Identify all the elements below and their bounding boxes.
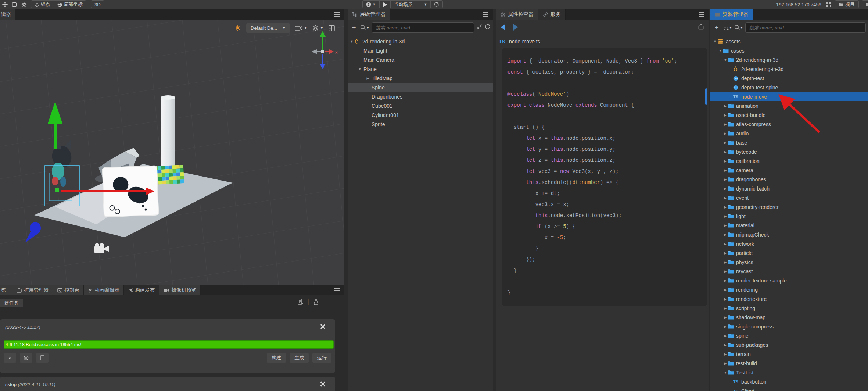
tab-控制台[interactable]: 控制台: [53, 285, 84, 295]
expander-icon[interactable]: ▶: [723, 297, 728, 301]
expander-icon[interactable]: ▶: [723, 224, 728, 227]
tree-row-terrain[interactable]: ▶terrain: [710, 349, 868, 359]
expander-icon[interactable]: ▶: [723, 159, 728, 163]
tab-扩展管理器[interactable]: 扩展管理器: [12, 285, 53, 295]
rect-tool-icon[interactable]: [10, 0, 18, 8]
add-asset-button[interactable]: +: [713, 24, 721, 32]
anchor-button[interactable]: 锚点: [31, 1, 54, 8]
tree-row-asset-bundle[interactable]: ▶asset-bundle: [710, 110, 868, 120]
qr-code-icon[interactable]: [824, 0, 832, 8]
tree-row-Plane[interactable]: ▼Plane: [348, 64, 493, 74]
import-config-icon[interactable]: [297, 299, 303, 305]
tree-row-spine[interactable]: ▶spine: [710, 331, 868, 340]
camera-settings-button[interactable]: ▼: [295, 25, 307, 31]
expander-icon[interactable]: ▶: [723, 334, 728, 338]
tree-row-rendering[interactable]: ▶rendering: [710, 285, 868, 294]
assets-search-input[interactable]: [745, 22, 866, 33]
scene-select-dropdown[interactable]: 当前场景 ▼: [391, 1, 431, 8]
tree-row-bytecode[interactable]: ▶bytecode: [710, 147, 868, 156]
preview-target-button[interactable]: ▼: [363, 1, 380, 8]
tree-row-assets[interactable]: ▼assets: [710, 37, 868, 46]
expander-icon[interactable]: ▶: [723, 325, 728, 328]
viewport-settings-button[interactable]: ▼: [312, 25, 323, 31]
lock-button[interactable]: [698, 24, 704, 31]
tab-scene-editor[interactable]: 辑器: [0, 9, 15, 20]
nav-forward-button[interactable]: [513, 24, 518, 31]
tree-row-network[interactable]: ▶network: [710, 239, 868, 248]
tree-row-depth-test-spine[interactable]: depth-test-spine: [710, 83, 868, 92]
gizmo-y-axis-arrow[interactable]: [48, 102, 62, 149]
generate-button[interactable]: 生成: [290, 353, 309, 363]
gizmo-mode-dropdown[interactable]: Default De... ▼: [246, 23, 290, 33]
tree-row-scripting[interactable]: ▶scripting: [710, 303, 868, 313]
inspector-menu[interactable]: [695, 9, 709, 20]
expander-icon[interactable]: ▶: [723, 288, 728, 292]
expander-icon[interactable]: ▶: [723, 316, 728, 319]
expander-icon[interactable]: ▶: [723, 187, 728, 191]
expander-icon[interactable]: ▶: [723, 168, 728, 172]
expander-icon[interactable]: ▼: [349, 40, 354, 43]
tree-row-node-move[interactable]: TSnode-move: [710, 92, 868, 101]
expander-icon[interactable]: ▼: [723, 58, 728, 62]
play-button[interactable]: [380, 1, 391, 8]
close-icon[interactable]: [320, 381, 326, 387]
tab-构建发布[interactable]: 构建发布: [124, 285, 159, 295]
tree-row-Spine[interactable]: Spine: [348, 83, 493, 92]
edit-build-config-button[interactable]: [4, 353, 16, 363]
refresh-hierarchy-button[interactable]: [485, 24, 491, 31]
expander-icon[interactable]: ▶: [723, 279, 728, 282]
expander-icon[interactable]: ▶: [723, 196, 728, 200]
gizmo-settings-icon[interactable]: [20, 0, 28, 8]
expander-icon[interactable]: ▶: [723, 178, 728, 181]
tree-row-camera[interactable]: ▶camera: [710, 166, 868, 175]
tree-row-TiledMap[interactable]: ▶TiledMap: [348, 74, 493, 83]
tree-row-rendertexture[interactable]: ▶rendertexture: [710, 294, 868, 303]
install-icon[interactable]: [313, 299, 319, 305]
tree-row-audio[interactable]: ▶audio: [710, 129, 868, 138]
expander-icon[interactable]: ▶: [723, 104, 728, 108]
tree-row-geometry-renderer[interactable]: ▶geometry-renderer: [710, 202, 868, 212]
build-button[interactable]: 构建: [267, 353, 286, 363]
tree-row-Sprite[interactable]: Sprite: [348, 120, 493, 129]
tree-row-animation[interactable]: ▶animation: [710, 101, 868, 110]
tree-row-2d-rendering-in-3d[interactable]: 2d-rendering-in-3d: [710, 64, 868, 74]
tab-hierarchy[interactable]: 层级管理器: [348, 9, 390, 20]
expander-icon[interactable]: ▶: [723, 362, 728, 365]
expander-icon[interactable]: ▶: [723, 122, 728, 126]
expander-icon[interactable]: ▶: [723, 113, 728, 117]
tab-service[interactable]: 服务: [538, 9, 566, 20]
collapse-all-button[interactable]: [476, 24, 483, 32]
gizmo-z-axis-arrow[interactable]: [25, 222, 41, 243]
tab-inspector[interactable]: 属性检查器: [496, 9, 538, 20]
expander-icon[interactable]: ▶: [723, 205, 728, 209]
tree-row-Main Light[interactable]: Main Light: [348, 46, 493, 55]
tree-row-test-build[interactable]: ▶test-build: [710, 359, 868, 368]
scrollbar-thumb[interactable]: [705, 88, 707, 105]
expander-icon[interactable]: ▶: [723, 132, 728, 135]
tree-row-backbutton[interactable]: TSbackbutton: [710, 377, 868, 386]
tree-row-particle[interactable]: ▶particle: [710, 248, 868, 257]
tab-摄像机预览[interactable]: 摄像机预览: [159, 285, 201, 295]
scene-panel-menu[interactable]: [330, 9, 344, 20]
expander-icon[interactable]: ▶: [723, 270, 728, 273]
axis-navigation-gizmo[interactable]: x: [312, 31, 338, 69]
tree-row-Cube001[interactable]: Cube001: [348, 101, 493, 110]
code-preview[interactable]: import { _decorator, Component, Node, Ve…: [502, 48, 707, 306]
close-icon[interactable]: [320, 324, 326, 330]
tree-row-base[interactable]: ▶base: [710, 138, 868, 147]
search-type-button[interactable]: ▼: [360, 25, 369, 31]
gizmo-x-axis-arrow[interactable]: [61, 187, 154, 195]
tree-row-material[interactable]: ▶material: [710, 221, 868, 230]
layout-grid-button[interactable]: [329, 25, 335, 31]
tree-row-cailbration[interactable]: ▶cailbration: [710, 156, 868, 166]
hierarchy-search-input[interactable]: [372, 22, 474, 33]
nav-back-button[interactable]: [501, 24, 505, 31]
tree-row-Cylinder001[interactable]: Cylinder001: [348, 110, 493, 120]
local-coords-button[interactable]: 局部坐标: [54, 1, 86, 8]
expander-icon[interactable]: ▶: [723, 343, 728, 347]
expander-icon[interactable]: ▶: [723, 141, 728, 145]
tree-row-depth-test[interactable]: depth-test: [710, 74, 868, 83]
bottom-panel-menu[interactable]: [330, 285, 344, 295]
tree-row-Main Camera[interactable]: Main Camera: [348, 55, 493, 64]
search-assets-button[interactable]: ▼: [734, 25, 743, 31]
